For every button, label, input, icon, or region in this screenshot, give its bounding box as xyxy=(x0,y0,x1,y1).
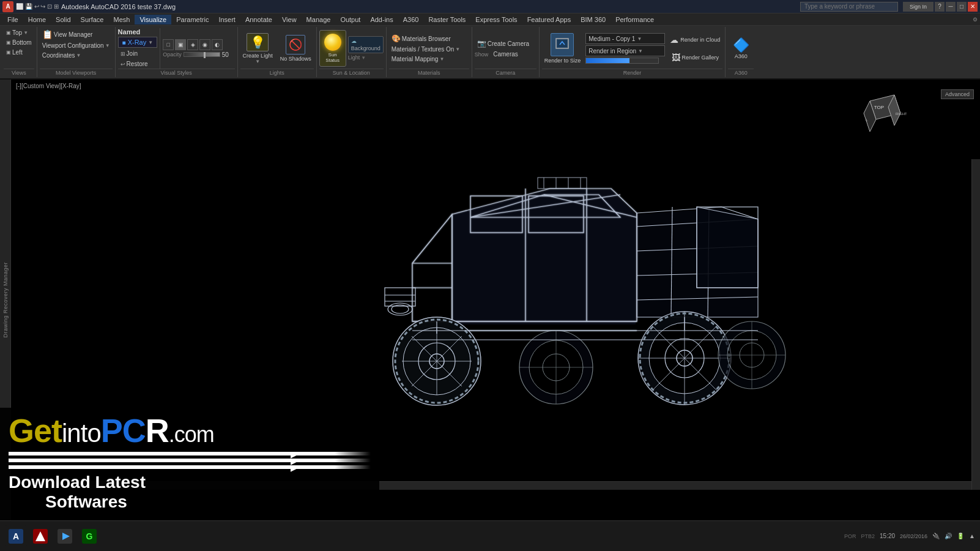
style-icon-3[interactable]: ◈ xyxy=(187,39,198,50)
svg-marker-24 xyxy=(697,207,758,288)
help-btn[interactable]: ? xyxy=(935,2,945,12)
sky-background-btn[interactable]: ☁ Background xyxy=(348,36,384,53)
language-indicator[interactable]: POR xyxy=(844,533,856,539)
style-icon-1[interactable]: □ xyxy=(163,39,174,50)
date: 26/02/2016 xyxy=(900,533,927,539)
create-camera-btn[interactable]: 📷 Create Camera xyxy=(475,38,536,49)
style-icon-5[interactable]: ◐ xyxy=(212,39,223,50)
menu-raster[interactable]: Raster Tools xyxy=(423,15,470,24)
opacity-row: Opacity 50 xyxy=(163,51,229,58)
menu-a360[interactable]: A360 xyxy=(398,15,424,24)
tray-icon-battery[interactable]: 🔋 xyxy=(957,533,964,539)
restore-btn[interactable]: □ xyxy=(957,2,967,12)
menu-performance[interactable]: Performance xyxy=(611,15,659,24)
watermark-arrows xyxy=(9,452,371,469)
opacity-slider[interactable] xyxy=(184,52,220,57)
style-icon-2[interactable]: ▣ xyxy=(175,39,186,50)
title-text: Autodesk AutoCAD 2016 teste 37.dwg xyxy=(61,3,800,10)
search-input[interactable] xyxy=(800,2,898,12)
ribbon: ▣ Top ▼ ▣ Bottom ▣ Left Views 📋 xyxy=(0,26,980,80)
tray-icon-volume[interactable]: 🔊 xyxy=(945,533,952,539)
menu-insert[interactable]: Insert xyxy=(213,15,240,24)
taskbar: A G POR PTB2 15:20 26/02/2016 🔌 🔊 🔋 ▲ xyxy=(0,520,980,551)
view-manager-group: 📋 View Manager Viewport Configuration ▼ … xyxy=(37,27,116,77)
menu-home[interactable]: Home xyxy=(23,15,51,24)
render-to-size-btn[interactable]: Render to Size xyxy=(542,31,584,66)
render-progress-bar xyxy=(585,58,659,64)
coordinates-btn[interactable]: Coordinates ▼ xyxy=(40,51,113,60)
render-gallery-btn[interactable]: 🖼 Render Gallery xyxy=(667,50,722,66)
workspace-indicator: ⚙ xyxy=(973,17,978,23)
lights-group: 💡 Create Light ▼ 🚫 No Shadows Lights xyxy=(238,27,317,77)
style-icon-4[interactable]: ◉ xyxy=(199,39,210,50)
minimize-btn[interactable]: ─ xyxy=(946,2,956,12)
menu-output[interactable]: Output xyxy=(335,15,365,24)
app-logo: A xyxy=(2,1,13,12)
menu-express[interactable]: Express Tools xyxy=(470,15,522,24)
viewport-config-btn[interactable]: Viewport Configuration ▼ xyxy=(40,41,113,50)
create-light-icon: 💡 xyxy=(247,33,269,51)
close-btn[interactable]: ✕ xyxy=(968,2,978,12)
viewport-cube[interactable]: TOP L RIGHT xyxy=(858,86,907,135)
view-manager-btn[interactable]: 📋 View Manager xyxy=(40,28,113,40)
menu-bim360[interactable]: BIM 360 xyxy=(576,15,611,24)
menu-annotate[interactable]: Annotate xyxy=(240,15,277,24)
menu-bar: File Home Solid Surface Mesh Visualize P… xyxy=(0,13,980,26)
watermark-overlay: GetintoPCR.com Download Latest Softwares xyxy=(0,408,379,520)
render-group: Render to Size Medium - Copy 1 Render in… xyxy=(540,27,726,77)
camera-group: 📷 Create Camera Show Cameras Camera xyxy=(472,27,540,77)
menu-manage[interactable]: Manage xyxy=(302,15,336,24)
taskbar-app-2[interactable] xyxy=(29,525,51,547)
menu-visualize[interactable]: Visualize xyxy=(135,15,171,24)
menu-mesh[interactable]: Mesh xyxy=(108,15,135,24)
create-light-btn[interactable]: 💡 Create Light ▼ xyxy=(240,32,275,66)
drawing-recovery-label: Drawing Recovery Manager xyxy=(2,262,9,338)
render-preset-dropdown[interactable]: Medium - Copy 1 xyxy=(585,33,665,44)
render-in-region-dropdown[interactable]: Render in Region xyxy=(585,45,665,56)
watermark-text: Download Latest Softwares xyxy=(9,473,371,512)
render-to-size-icon xyxy=(551,33,574,56)
view-top-btn[interactable]: ▣ Top ▼ xyxy=(4,28,34,37)
viewport-label: [-][Custom View][X-Ray] xyxy=(13,82,84,90)
advanced-btn[interactable]: Advanced xyxy=(941,89,974,99)
no-shadows-btn[interactable]: 🚫 No Shadows xyxy=(278,32,314,66)
join-btn[interactable]: ⊞ Join xyxy=(118,49,158,58)
tray-icon-notification[interactable]: ▲ xyxy=(969,533,975,539)
quick-access-toolbar: ⬜ 💾 ↩ ↪ ⊡ ⊞ xyxy=(16,3,59,10)
menu-solid[interactable]: Solid xyxy=(51,15,75,24)
menu-featured[interactable]: Featured Apps xyxy=(522,15,576,24)
taskbar-app-1[interactable]: A xyxy=(5,525,27,547)
view-bottom-btn[interactable]: ▣ Bottom xyxy=(4,38,34,47)
scroll-right[interactable] xyxy=(971,159,980,490)
tray-icon-network[interactable]: 🔌 xyxy=(932,533,940,539)
svg-rect-58 xyxy=(538,178,587,189)
sign-in-btn[interactable]: Sign In xyxy=(903,2,934,12)
render-in-cloud-btn[interactable]: ☁ Render in Cloud xyxy=(667,32,722,48)
taskbar-app-4[interactable]: G xyxy=(78,525,100,547)
sun-icon xyxy=(324,34,341,51)
restore-btn[interactable]: ↩ Restore xyxy=(118,59,158,69)
opacity-value: 50 xyxy=(222,51,229,58)
menu-surface[interactable]: Surface xyxy=(76,15,109,24)
material-mapping-btn[interactable]: Material Mapping ▼ xyxy=(389,54,469,64)
svg-text:TOP: TOP xyxy=(874,105,884,110)
visual-styles-group: Named ■ X-Ray ▼ ⊞ Join ↩ xyxy=(116,27,238,77)
svg-text:RIGHT: RIGHT xyxy=(896,112,907,116)
materials-browser-btn[interactable]: 🎨 Materials Browser xyxy=(389,33,469,44)
view-left-btn[interactable]: ▣ Left xyxy=(4,48,34,57)
clock: 15:20 xyxy=(880,533,895,539)
menu-file[interactable]: File xyxy=(2,15,23,24)
xray-dropdown[interactable]: ■ X-Ray ▼ xyxy=(118,37,158,48)
sun-status-btn[interactable]: SunStatus xyxy=(319,30,346,67)
menu-parametric[interactable]: Parametric xyxy=(171,15,213,24)
menu-addins[interactable]: Add-ins xyxy=(365,15,398,24)
svg-marker-12 xyxy=(412,214,452,321)
taskbar-app-3[interactable] xyxy=(54,525,76,547)
menu-view[interactable]: View xyxy=(277,15,302,24)
window-controls: Sign In ? ─ □ ✕ xyxy=(903,2,978,12)
a360-group: 🔷 A360 A360 xyxy=(726,27,756,77)
far-wheel-2 xyxy=(718,321,785,389)
materials-textures-btn[interactable]: Materials / Textures On ▼ xyxy=(389,45,469,54)
show-cameras-btn[interactable]: Cameras xyxy=(491,50,521,59)
a360-btn[interactable]: 🔷 A360 xyxy=(730,36,752,61)
